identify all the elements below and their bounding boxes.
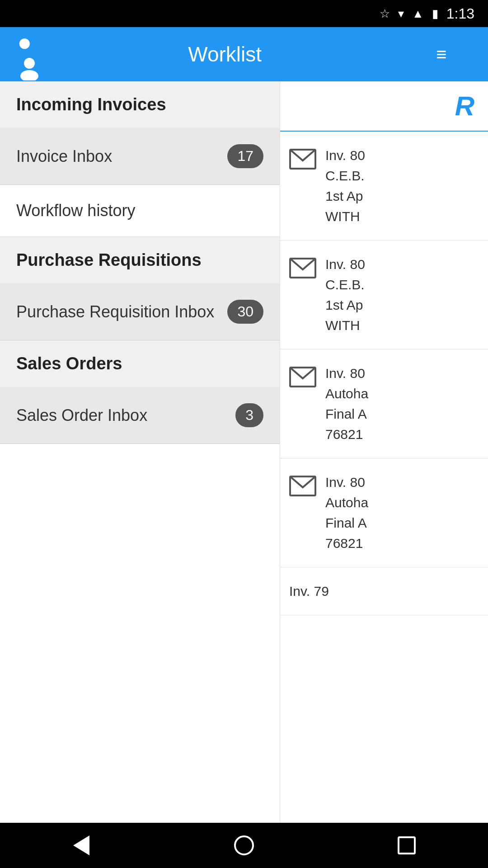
badge-purchase-requisition-inbox: 30: [227, 300, 263, 324]
email-line-3-4: 76821: [325, 424, 479, 444]
email-item-4[interactable]: Inv. 80 Autoha Final A 76821: [280, 458, 488, 567]
email-text-2: Inv. 80 C.E.B. 1st Ap WITH: [325, 254, 479, 335]
email-line-2-2: C.E.B.: [325, 274, 479, 295]
signal-icon: ▲: [412, 7, 424, 21]
email-line-2-3: 1st Ap: [325, 295, 479, 315]
right-panel: R Inv. 80 C.E.B. 1st Ap WITH: [280, 81, 488, 823]
status-time: 1:13: [446, 5, 474, 22]
header: ● Worklist ≡ R: [0, 27, 488, 81]
email-line-1-4: WITH: [325, 206, 479, 226]
sidebar: Incoming Invoices Invoice Inbox 17 Workf…: [0, 81, 280, 823]
section-header-incoming-invoices: Incoming Invoices: [0, 81, 280, 128]
email-icon-wrap-3: [289, 367, 316, 389]
sidebar-item-label-purchase-requisition-inbox: Purchase Requisition Inbox: [16, 302, 214, 321]
email-line-3-2: Autoha: [325, 383, 479, 404]
back-icon: [73, 835, 89, 855]
sidebar-item-invoice-inbox[interactable]: Invoice Inbox 17: [0, 128, 280, 185]
email-line-4-2: Autoha: [325, 492, 479, 513]
wifi-icon: ▾: [398, 7, 404, 21]
email-icon-1: [289, 149, 316, 170]
email-text-3: Inv. 80 Autoha Final A 76821: [325, 363, 479, 444]
recents-button[interactable]: [389, 827, 425, 863]
email-icon-wrap-4: [289, 476, 316, 498]
sidebar-item-purchase-requisition-inbox[interactable]: Purchase Requisition Inbox 30: [0, 283, 280, 340]
email-item-1[interactable]: Inv. 80 C.E.B. 1st Ap WITH: [280, 132, 488, 241]
email-icon-wrap-2: [289, 258, 316, 280]
right-panel-header: R: [280, 81, 488, 132]
main-content: Incoming Invoices Invoice Inbox 17 Workf…: [0, 81, 488, 823]
email-line-3-3: Final A: [325, 404, 479, 424]
email-line-1-3: 1st Ap: [325, 186, 479, 206]
sidebar-item-label-invoice-inbox: Invoice Inbox: [16, 147, 112, 166]
email-icon-4: [289, 476, 316, 496]
brand-logo: R: [455, 39, 474, 70]
email-text-1: Inv. 80 C.E.B. 1st Ap WITH: [325, 145, 479, 226]
header-title: Worklist: [14, 42, 436, 66]
email-line-1-2: C.E.B.: [325, 165, 479, 186]
right-panel-brand-logo: R: [455, 90, 474, 122]
email-item-3[interactable]: Inv. 80 Autoha Final A 76821: [280, 349, 488, 458]
battery-icon: ▮: [432, 7, 438, 21]
email-item-5[interactable]: Inv. 79: [280, 567, 488, 615]
sidebar-item-label-workflow-history: Workflow history: [16, 201, 135, 220]
sidebar-item-label-sales-order-inbox: Sales Order Inbox: [16, 406, 147, 425]
email-line-5-1: Inv. 79: [289, 581, 479, 601]
email-line-4-4: 76821: [325, 533, 479, 553]
recents-icon: [398, 836, 416, 854]
badge-invoice-inbox: 17: [227, 144, 263, 168]
badge-sales-order-inbox: 3: [235, 403, 263, 427]
home-button[interactable]: [226, 827, 262, 863]
section-header-sales-orders: Sales Orders: [0, 340, 280, 387]
email-line-3-1: Inv. 80: [325, 363, 479, 383]
email-line-2-4: WITH: [325, 315, 479, 335]
menu-icon[interactable]: ≡: [436, 44, 447, 65]
email-icon-3: [289, 367, 316, 387]
sidebar-item-workflow-history[interactable]: Workflow history: [0, 185, 280, 237]
email-item-2[interactable]: Inv. 80 C.E.B. 1st Ap WITH: [280, 241, 488, 349]
email-icon-wrap-1: [289, 149, 316, 171]
email-line-4-1: Inv. 80: [325, 472, 479, 492]
sidebar-item-sales-order-inbox[interactable]: Sales Order Inbox 3: [0, 387, 280, 444]
status-bar: ☆ ▾ ▲ ▮ 1:13: [0, 0, 488, 27]
email-text-5: Inv. 79: [289, 581, 479, 601]
email-icon-2: [289, 258, 316, 278]
email-line-1-1: Inv. 80: [325, 145, 479, 165]
back-button[interactable]: [63, 827, 99, 863]
star-icon: ☆: [380, 7, 390, 21]
email-line-2-1: Inv. 80: [325, 254, 479, 274]
header-right-actions: ≡ R: [436, 39, 474, 70]
svg-point-1: [20, 70, 38, 80]
section-header-purchase-requisitions: Purchase Requisitions: [0, 237, 280, 283]
home-icon: [234, 835, 254, 855]
email-text-4: Inv. 80 Autoha Final A 76821: [325, 472, 479, 553]
email-line-4-3: Final A: [325, 513, 479, 533]
bottom-nav: [0, 823, 488, 868]
